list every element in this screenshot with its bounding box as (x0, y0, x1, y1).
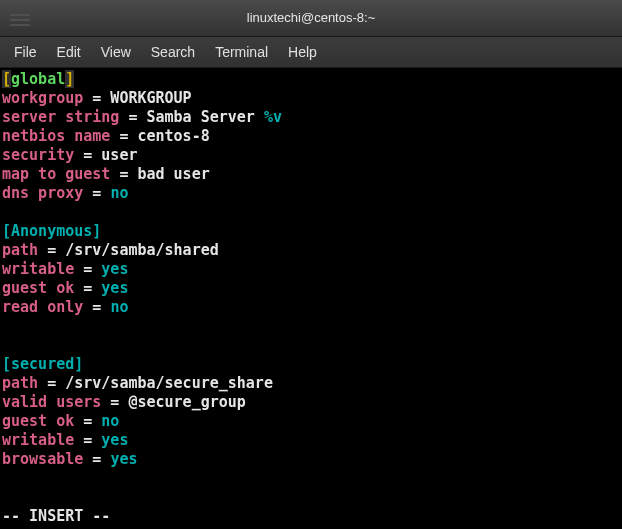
val-security: = user (74, 146, 137, 164)
key-path-sec: path (2, 374, 38, 392)
val-writable-sec: yes (101, 431, 128, 449)
val-server-string: = Samba Server (119, 108, 264, 126)
menu-help[interactable]: Help (278, 40, 327, 64)
key-readonly-anon: read only (2, 298, 83, 316)
eq-dns: = (83, 184, 110, 202)
key-guestok-sec: guest ok (2, 412, 74, 430)
window-menu-icon[interactable] (10, 14, 30, 16)
eq-guestok-anon: = (74, 279, 101, 297)
menu-file[interactable]: File (4, 40, 47, 64)
val-writable-anon: yes (101, 260, 128, 278)
eq-readonly-anon: = (83, 298, 110, 316)
val-browsable-sec: yes (110, 450, 137, 468)
eq-browsable-sec: = (83, 450, 110, 468)
eq-writable-sec: = (74, 431, 101, 449)
key-netbios: netbios name (2, 127, 110, 145)
section-global: global (11, 70, 65, 88)
section-secured: [secured] (2, 355, 83, 373)
window-title: linuxtechi@centos-8:~ (247, 10, 375, 25)
key-valid-users: valid users (2, 393, 101, 411)
vim-mode: -- INSERT -- (2, 507, 110, 525)
menu-bar: File Edit View Search Terminal Help (0, 37, 622, 68)
key-writable-anon: writable (2, 260, 74, 278)
key-path-anon: path (2, 241, 38, 259)
val-guestok-anon: yes (101, 279, 128, 297)
bracket-open: [ (2, 70, 11, 88)
key-browsable-sec: browsable (2, 450, 83, 468)
key-dns-proxy: dns proxy (2, 184, 83, 202)
eq-writable-anon: = (74, 260, 101, 278)
menu-view[interactable]: View (91, 40, 141, 64)
key-security: security (2, 146, 74, 164)
val-readonly-anon: no (110, 298, 128, 316)
section-anonymous: [Anonymous] (2, 222, 101, 240)
val-valid-users: = @secure_group (101, 393, 246, 411)
key-server-string: server string (2, 108, 119, 126)
val-path-anon: = /srv/samba/shared (38, 241, 219, 259)
val-path-sec: = /srv/samba/secure_share (38, 374, 273, 392)
editor-area[interactable]: [global] workgroup = WORKGROUP server st… (0, 68, 622, 529)
val-netbios: = centos-8 (110, 127, 209, 145)
key-map-to-guest: map to guest (2, 165, 110, 183)
key-writable-sec: writable (2, 431, 74, 449)
val-dns: no (110, 184, 128, 202)
val-map-to-guest: = bad user (110, 165, 209, 183)
bracket-close: ] (65, 70, 74, 88)
eq-guestok-sec: = (74, 412, 101, 430)
menu-search[interactable]: Search (141, 40, 205, 64)
val-guestok-sec: no (101, 412, 119, 430)
menu-terminal[interactable]: Terminal (205, 40, 278, 64)
title-bar: linuxtechi@centos-8:~ (0, 0, 622, 37)
val-workgroup: = WORKGROUP (83, 89, 191, 107)
menu-edit[interactable]: Edit (47, 40, 91, 64)
var-v: %v (264, 108, 282, 126)
key-workgroup: workgroup (2, 89, 83, 107)
key-guestok-anon: guest ok (2, 279, 74, 297)
